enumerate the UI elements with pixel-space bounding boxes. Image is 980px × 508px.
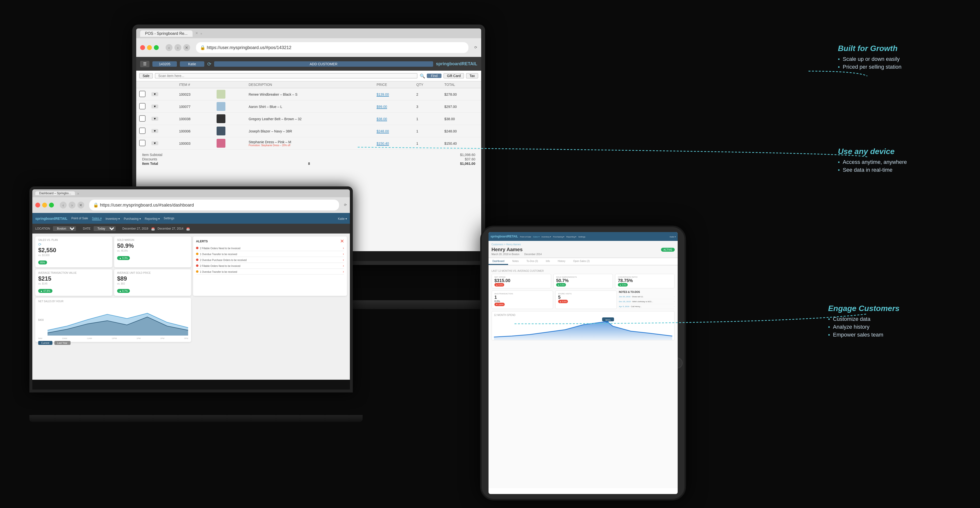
chart-x-labels: 9AM 10AM 11AM 12PM 1PM 2PM 3PM [38,337,188,339]
alert-dot-icon [196,252,199,255]
tab-dashboard[interactable]: Dashboard [488,258,508,265]
maximize-button[interactable] [49,203,54,208]
minimize-button[interactable] [42,203,47,208]
sale-dropdown[interactable]: Sale [139,73,153,78]
ipad-nav-reporting[interactable]: Reporting ▾ [566,235,576,238]
col-qty: QTY [413,81,441,88]
row-action-button[interactable]: ▼ [151,117,158,121]
traffic-lights [140,45,159,50]
bullet-icon: ▪ [838,56,840,62]
close-tab-button[interactable]: ✕ [78,201,84,209]
alert-arrow-icon: › [343,270,344,273]
ipad-nav-user[interactable]: Katie ▾ [670,235,676,238]
dashboard-tab[interactable]: Dashboard – Springbo... [35,191,75,195]
ipad-nav-purchasing[interactable]: Purchasing ▾ [553,235,564,238]
last-year-button[interactable]: Last Year [54,341,70,345]
row-checkbox[interactable] [139,103,146,109]
row-action-button[interactable]: ▼ [151,92,158,96]
current-button[interactable]: Current [38,341,52,345]
tab-notes[interactable]: Notes [508,258,523,265]
tab-info[interactable]: Info [542,258,554,265]
tab-history[interactable]: History [554,258,569,265]
dashboard-url-bar[interactable]: 🔒 https://user.myspringboard.us/#sales/d… [89,200,339,211]
notes-title: NOTES & TO-DOS [619,291,675,293]
alert-item[interactable]: 2 Fillable Orders Need to be Invoiced › [196,263,344,269]
menu-button[interactable]: ☰ [140,61,150,67]
maximize-button[interactable] [154,45,159,50]
row-action-button[interactable]: ▼ [151,141,158,145]
alerts-title: ALERTS [196,240,208,243]
date-from-label: December 27, 2019 [123,227,148,230]
note-item[interactable]: Jan 20, 2016 · Show sell 11 › [619,294,675,299]
forward-button[interactable]: › [175,44,181,51]
nav-sales[interactable]: Sales ▾ [92,216,102,220]
sold-margin-badge: ▲ 9.3% [117,256,130,260]
url-bar[interactable]: 🔒 https://user.myspringboard.us/#pos/143… [196,42,468,53]
date-period-select[interactable]: Today [94,226,116,231]
minimize-button[interactable] [147,45,152,50]
refresh-icon[interactable]: ⟳ [474,46,477,50]
subtotal-row: Item Subtotal $1,098.60 [142,153,475,157]
row-checkbox[interactable] [139,128,146,134]
pos-tab[interactable]: POS - Springboard Re... [140,30,192,37]
status-badge: ACTIVE [661,248,675,251]
col-action [148,81,176,88]
nav-reporting[interactable]: Reporting ▾ [145,217,160,220]
refresh-small-icon: ⟳ [38,242,41,247]
customer-meta: March 20, 2018 in Boston December 2014 [492,252,675,256]
cashier-field[interactable]: Katie [180,61,204,67]
nav-purchasing[interactable]: Purchasing ▾ [124,217,141,220]
ipad-nav-inventory[interactable]: Inventory ▾ [541,235,551,238]
back-button[interactable]: ‹ [165,44,172,51]
alert-item[interactable]: 1 Overdue Transfer to be received › [196,269,344,275]
nav-inventory[interactable]: Inventory ▾ [106,217,120,220]
item-search-input[interactable] [155,73,418,78]
tax-button[interactable]: Tax [466,73,478,78]
close-button[interactable] [35,203,40,208]
row-checkbox[interactable] [139,140,146,146]
order-number-field[interactable]: 143205 [153,61,177,67]
nav-settings[interactable]: Settings [164,217,174,220]
note-item[interactable]: Apr 5, 2016 · Call Henry... › [619,304,675,309]
ipad-nav-sales[interactable]: Sales ▾ [533,235,539,238]
chart-svg [48,304,188,335]
search-icon: 🔍 [420,73,425,78]
row-action-button[interactable]: ▼ [151,129,158,133]
back-button[interactable]: ‹ [60,201,67,209]
col-thumb [214,81,245,88]
store-visits-badge: ▲ 5.5% [558,300,568,303]
row-action-button[interactable]: ▼ [151,104,158,109]
alert-item[interactable]: 2 Overdue Purchase Orders to be received… [196,257,344,263]
bullet-priced: ▪ Priced per selling station [838,64,965,70]
avg-transaction-card: AVERAGE TRANSACTION VALUE $215 vs. $145 … [35,269,112,296]
tab-todos[interactable]: To-Dos (3) [523,258,542,265]
alerts-close-icon[interactable]: ✕ [340,238,344,244]
bullet-icon: ▪ [828,316,830,322]
tab-open-sales[interactable]: Open Sales (2) [570,258,593,265]
row-checkbox[interactable] [139,91,146,97]
refresh-icon[interactable]: ⟳ [344,203,347,207]
close-tab-button[interactable]: ✕ [183,44,190,51]
gift-card-button[interactable]: Gift Card [444,73,464,78]
bullet-access: ▪ Access anytime, anywhere [838,159,965,165]
add-customer-button[interactable]: ADD CUSTOMER [214,61,433,67]
find-button[interactable]: Find [427,73,441,78]
ipad-brand: springboardRETAIL [490,235,518,238]
table-row: ▼ 100003 Stephanie Dress – Pink – MPromo… [136,137,481,149]
row-checkbox[interactable] [139,115,146,121]
built-for-growth-section: Built for Growth ▪ Scale up or down easi… [838,44,965,72]
refresh-icon-pos[interactable]: ⟳ [207,61,211,67]
alert-item[interactable]: 1 Overdue Transfer to be received › [196,251,344,257]
customer-tabs: Dashboard Notes To-Dos (3) Info History … [488,258,678,265]
sales-vs-plan-sub: vs. $3,600 [38,254,109,257]
nav-point-of-sale[interactable]: Point of Sale [71,217,88,220]
note-item[interactable]: Dec 25, 2015 · Wife's birthday is 8/22..… [619,299,675,304]
location-select[interactable]: Boston [53,226,76,231]
ipad-nav-pos[interactable]: Point of Sale [520,235,531,238]
forward-button[interactable]: › [68,201,75,209]
alert-item[interactable]: 2 Fillable Orders Need to be Invoiced › [196,245,344,251]
close-button[interactable] [140,45,145,50]
nav-user[interactable]: Katie ▾ [338,217,347,220]
bullet-icon: ▪ [828,332,830,337]
ipad-nav-settings[interactable]: Settings [578,235,585,238]
